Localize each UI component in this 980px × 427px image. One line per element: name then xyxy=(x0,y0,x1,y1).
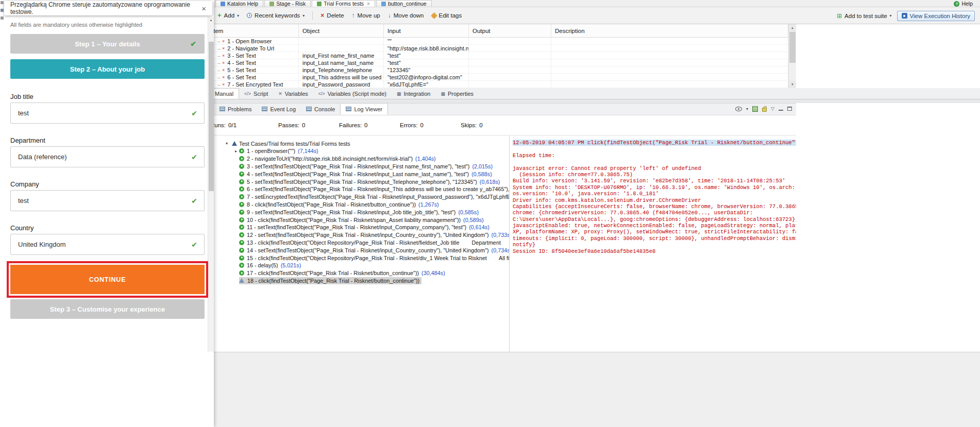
scroll-thumb[interactable] xyxy=(209,42,214,191)
log-line[interactable] xyxy=(513,146,516,152)
log-line[interactable]: javascriptEnabled: true, networkConnecti… xyxy=(513,223,796,229)
tree-item[interactable]: 14 - setText(findTestObject("Page_Risk T… xyxy=(208,246,509,254)
move-down-button[interactable]: ↓ Move down xyxy=(388,12,424,19)
view-tab-variables-script-mode-[interactable]: </>Variables (Script mode) xyxy=(313,88,392,99)
log-line[interactable]: Capabilities {acceptInsecureCerts: false… xyxy=(513,203,796,210)
restore-icon[interactable]: ▽ xyxy=(771,106,774,111)
step3-button[interactable]: Step 3 – Customise your experience xyxy=(10,299,205,319)
view-tab-script[interactable]: </>Script xyxy=(239,88,273,99)
tree-item[interactable]: 2 - navigateToUrl("http://stage.risk.bb8… xyxy=(208,155,509,163)
department-field[interactable]: Data (reference) ✔ xyxy=(10,146,205,167)
add-to-test-suite-button[interactable]: ⊞ Add to test suite ▾ xyxy=(837,12,892,20)
table-row[interactable]: →×2 - Navigate To Url"http://stage.risk.… xyxy=(208,45,796,52)
log-line[interactable]: notify} xyxy=(513,242,535,248)
bottom-tab-console[interactable]: Console xyxy=(301,103,340,115)
edit-tags-button[interactable]: Edit tags xyxy=(432,12,462,19)
tab-close-icon[interactable]: × xyxy=(367,1,370,7)
recent-keywords-button[interactable]: Recent keywords ▾ xyxy=(247,12,305,19)
col-item[interactable]: Item xyxy=(208,24,299,37)
log-line[interactable]: timeouts: {implicit: 0, pageLoad: 300000… xyxy=(513,235,796,242)
log-line[interactable]: Driver info: com.kms.katalon.selenium.dr… xyxy=(513,197,701,203)
tree-item[interactable]: ▸1 - openBrowser("")(7,144s) xyxy=(208,147,509,155)
tree-item[interactable]: 9 - setText(findTestObject("Page_Risk Tr… xyxy=(208,208,509,216)
tab-trial-forms-tests[interactable]: Trial Forms tests × xyxy=(312,0,375,7)
tree-item[interactable]: 17 - click(findTestObject("Page_Risk Tri… xyxy=(208,269,509,277)
chevron-down-icon[interactable]: ▾ xyxy=(224,141,230,146)
help-button[interactable]: ? Help xyxy=(954,0,973,7)
tree-item[interactable]: 10 - click(findTestObject("Page_Risk Tri… xyxy=(208,216,509,224)
chevron-down-icon[interactable]: ▾ xyxy=(746,107,748,111)
panel-sash[interactable] xyxy=(208,99,980,103)
job-title-field[interactable]: test ✔ xyxy=(10,103,205,124)
scroll-up-icon[interactable]: ▲ xyxy=(789,24,796,31)
tree-item[interactable]: 13 - click(findTestObject("Object Reposi… xyxy=(208,239,509,247)
table-row[interactable]: →×7 - Set Encrypted Textinput_Password_p… xyxy=(208,81,796,88)
log-line[interactable]: 12-05-2019 04:05:07 PM click(findTestObj… xyxy=(513,140,796,146)
tree-item[interactable]: 7 - setEncryptedText(findTestObject("Pag… xyxy=(208,193,509,201)
add-button[interactable]: + Add ▾ xyxy=(217,12,239,19)
move-up-button[interactable]: ↑ Move up xyxy=(352,12,380,19)
view-execution-history-button[interactable]: View Execution History xyxy=(897,11,975,21)
tree-item[interactable]: 16 - delay(5)(5,021s) xyxy=(208,262,509,269)
step-input-cell: "" xyxy=(384,38,469,44)
tree-item[interactable]: 15 - click(findTestObject("Object Reposi… xyxy=(208,254,509,262)
scroll-thumb[interactable] xyxy=(789,32,796,63)
continue-button[interactable]: CONTINUE xyxy=(10,265,205,294)
step2-button[interactable]: Step 2 – About your job xyxy=(10,59,205,79)
log-line[interactable]: Build info: version: '3.141.59', revisio… xyxy=(513,178,785,184)
log-line[interactable] xyxy=(513,159,516,165)
tree-root[interactable]: ▾ Test Cases/Trial forms tests/Trial For… xyxy=(208,140,509,147)
table-row[interactable]: →×3 - Set Textinput_First name_first_nam… xyxy=(208,52,796,59)
scroll-down-icon[interactable]: ▼ xyxy=(789,81,796,88)
step1-button[interactable]: Step 1 – Your details ✔ xyxy=(10,34,205,54)
maximize-icon[interactable] xyxy=(787,107,792,111)
log-line[interactable]: XP, platformName: XP, proxy: Proxy(), se… xyxy=(513,229,796,235)
tree-item[interactable]: 6 - setText(findTestObject("Page_Risk Tr… xyxy=(208,185,509,193)
view-tab-properties[interactable]: ▦Properties xyxy=(435,88,479,99)
log-line[interactable]: javascript error: Cannot read property '… xyxy=(513,165,701,172)
tree-item[interactable]: 12 - setText(findTestObject("Page_Risk T… xyxy=(208,231,509,239)
log-output-panel[interactable]: 12-05-2019 04:05:07 PM click(findTestObj… xyxy=(509,135,796,352)
table-row[interactable]: →×1 - Open Browser"" xyxy=(208,38,796,45)
tab-stage-risk[interactable]: Stage - Risk xyxy=(264,0,311,7)
table-scrollbar[interactable]: ▲ ▼ xyxy=(788,24,796,88)
lock-icon[interactable] xyxy=(762,108,767,112)
tab-button-continue[interactable]: button_continue xyxy=(376,0,432,7)
tree-item[interactable]: 11 - setText(findTestObject("Page_Risk T… xyxy=(208,224,509,231)
country-field[interactable]: United Kingdom ✔ xyxy=(10,234,205,255)
tree-item[interactable]: 4 - setText(findTestObject("Page_Risk Tr… xyxy=(208,170,509,178)
bottom-tab-problems[interactable]: Problems xyxy=(214,103,257,115)
col-output[interactable]: Output xyxy=(469,24,551,37)
view-tab-variables[interactable]: ✕Variables xyxy=(273,88,313,99)
log-line[interactable]: C:\Users\user\AppData\Local...}, goog:ch… xyxy=(513,216,796,223)
close-icon[interactable]: × xyxy=(201,4,206,13)
log-line[interactable]: os.version: '10.0', java.version: '1.8.0… xyxy=(513,191,659,197)
log-line[interactable]: Session ID: 8f5040ee3ef0a6e10da6af5be148… xyxy=(513,248,655,254)
tree-item[interactable]: 8 - click(findTestObject("Page_Risk Tria… xyxy=(208,201,509,209)
tree-item[interactable]: 5 - setText(findTestObject("Page_Risk Tr… xyxy=(208,178,509,185)
log-line[interactable]: Elapsed time: xyxy=(513,152,555,159)
table-row[interactable]: →×5 - Set Textinput_Telephone_telephone"… xyxy=(208,66,796,74)
log-line[interactable]: System info: host: 'DESKTOP-U076RMO', ip… xyxy=(513,184,796,191)
browser-scrollbar[interactable]: ▲ xyxy=(208,17,214,352)
tree-item[interactable]: 18 - click(findTestObject("Page_Risk Tri… xyxy=(208,277,509,285)
scroll-up-icon[interactable]: ▲ xyxy=(208,17,214,23)
col-description[interactable]: Description xyxy=(551,24,788,37)
table-row[interactable]: →×6 - Set Textinput_This address will be… xyxy=(208,74,796,81)
table-view-icon[interactable] xyxy=(752,106,758,112)
col-input[interactable]: Input xyxy=(384,24,469,37)
bottom-tab-log-viewer[interactable]: Log Viewer xyxy=(340,103,388,115)
tree-item[interactable]: 3 - setText(findTestObject("Page_Risk Tr… xyxy=(208,163,509,170)
eye-icon[interactable] xyxy=(735,107,742,111)
tab-katalon-help[interactable]: Katalon Help xyxy=(215,0,263,7)
delete-button[interactable]: × Delete xyxy=(320,12,344,19)
company-field[interactable]: test ✔ xyxy=(10,190,205,211)
bottom-tab-event-log[interactable]: Event Log xyxy=(257,103,301,115)
table-row[interactable]: →×4 - Set Textinput_Last name_last_name"… xyxy=(208,59,796,66)
view-tab-integration[interactable]: ▦Integration xyxy=(392,88,436,99)
chevron-right-icon[interactable]: ▸ xyxy=(233,149,239,153)
col-object[interactable]: Object xyxy=(299,24,384,37)
minimize-icon[interactable] xyxy=(779,110,783,111)
log-line[interactable]: chrome: {chromedriverVersion: 77.0.3865.… xyxy=(513,210,753,216)
log-line[interactable]: (Session info: chrome=77.0.3865.75) xyxy=(513,172,633,178)
